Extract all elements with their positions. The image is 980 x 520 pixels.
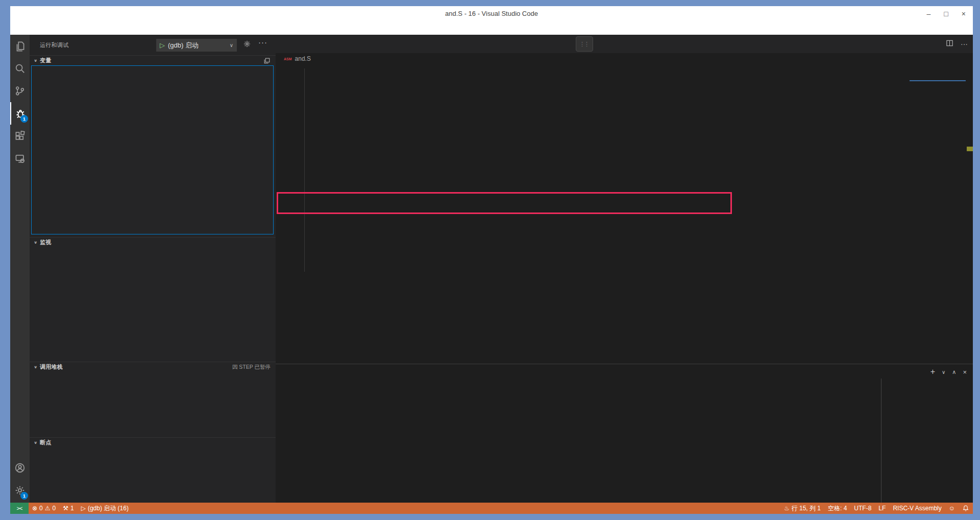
eol-label: LF xyxy=(878,505,886,512)
toolbar-drag-handle[interactable]: ⋮⋮ xyxy=(579,41,589,48)
watch-section-header[interactable]: ∨ 监视 xyxy=(30,237,276,247)
desktop: { "colors":{"annotation":"#ef2b5c","stat… xyxy=(0,0,980,520)
chevron-down-icon: ∨ xyxy=(230,42,233,48)
sidebar-title: 运行和调试 xyxy=(40,41,69,49)
variables-title: 变量 xyxy=(40,57,51,64)
language-status[interactable]: RISC-V Assembly xyxy=(889,503,945,514)
tasks-status[interactable]: ⚒ 1 xyxy=(59,503,77,514)
variables-section-header[interactable]: ∨ 变量 xyxy=(30,55,276,65)
status-bar-right: ♨ 行 15, 列 1 空格: 4 UTF-8 LF RISC-V Assemb… xyxy=(780,503,973,514)
callstack-title: 调用堆栈 xyxy=(40,363,62,371)
extensions-icon[interactable] xyxy=(10,125,30,147)
indentation-status[interactable]: 空格: 4 xyxy=(824,503,850,514)
activity-bar: 1 1 xyxy=(10,35,30,503)
debug-toolbar: ⋮⋮ xyxy=(576,36,593,52)
feedback-status[interactable]: ☺ xyxy=(945,503,959,514)
warnings-icon: ⚠ xyxy=(45,505,51,512)
code-editor[interactable] xyxy=(276,64,973,364)
close-panel-icon[interactable]: × xyxy=(963,368,967,376)
launch-config-select[interactable]: ▷ (gdb) 启动 ∨ xyxy=(156,39,237,52)
debug-status[interactable]: ▷ (gdb) 启动 (16) xyxy=(78,503,132,514)
search-icon[interactable] xyxy=(10,57,30,80)
notifications-status[interactable] xyxy=(959,503,973,514)
asm-file-icon: ASM xyxy=(284,57,292,61)
remote-icon: >< xyxy=(17,505,22,511)
encoding-label: UTF-8 xyxy=(854,505,871,512)
chevron-down-icon: ∨ xyxy=(34,59,37,63)
flame-icon: ♨ xyxy=(784,505,790,512)
eol-status[interactable]: LF xyxy=(875,503,889,514)
minimap[interactable] xyxy=(910,66,966,90)
tabbar-actions: ··· xyxy=(946,39,968,49)
titlebar: and.S - 16 - Visual Studio Code – □ × xyxy=(10,6,973,21)
open-panel-icon[interactable] xyxy=(263,57,271,64)
warnings-count: 0 xyxy=(53,505,56,512)
callstack-section-header[interactable]: ∨ 调用堆栈 因 STEP 已暂停 xyxy=(30,362,276,372)
editor-tabbar xyxy=(276,35,973,53)
remote-indicator[interactable]: >< xyxy=(10,503,29,514)
new-terminal-icon[interactable]: + xyxy=(930,367,935,376)
watch-title: 监视 xyxy=(40,239,51,246)
activity-bar-bottom: 1 xyxy=(10,457,30,502)
settings-gear-icon[interactable]: 1 xyxy=(10,479,30,502)
terminal-instance-list xyxy=(881,379,973,503)
status-bar: >< ⊗ 0 ⚠ 0 ⚒ 1 ▷ (gdb) 启动 (16) ♨ 行 15, 列… xyxy=(10,503,973,514)
errors-icon: ⊗ xyxy=(32,505,37,512)
source-control-icon[interactable] xyxy=(10,80,30,102)
terminal-dropdown-icon[interactable]: ∨ xyxy=(942,369,945,375)
errors-count: 0 xyxy=(39,505,43,512)
chevron-down-icon: ∨ xyxy=(34,441,37,445)
cursor-position[interactable]: ♨ 行 15, 列 1 xyxy=(780,503,824,514)
start-debug-icon[interactable]: ▷ xyxy=(160,41,165,49)
callstack-status: 因 STEP 已暂停 xyxy=(232,364,271,371)
problems-status[interactable]: ⊗ 0 ⚠ 0 xyxy=(29,503,59,514)
minimize-icon[interactable]: – xyxy=(927,10,931,18)
sidebar-more-icon[interactable]: ··· xyxy=(258,38,267,46)
feedback-icon: ☺ xyxy=(949,505,955,512)
settings-badge: 1 xyxy=(20,492,28,500)
indent-label: 空格: 4 xyxy=(828,504,847,513)
explorer-icon[interactable] xyxy=(10,35,30,57)
editor-more-icon[interactable]: ··· xyxy=(961,40,968,48)
tasks-count: 1 xyxy=(70,505,74,512)
chevron-down-icon: ∨ xyxy=(34,241,37,245)
tasks-icon: ⚒ xyxy=(63,505,68,512)
split-editor-icon[interactable] xyxy=(946,39,953,49)
variables-tree[interactable] xyxy=(31,65,274,234)
remote-explorer-icon[interactable] xyxy=(10,147,30,170)
indent-guide xyxy=(304,68,305,272)
restore-icon[interactable]: □ xyxy=(944,10,948,18)
breadcrumb[interactable]: ASM and.S xyxy=(276,53,973,64)
debug-badge: 1 xyxy=(20,115,28,123)
terminal-output[interactable] xyxy=(283,383,878,501)
sidebar-header: 运行和调试 ▷ (gdb) 启动 ∨ ··· xyxy=(30,35,276,55)
account-icon[interactable] xyxy=(10,457,30,479)
vscode-window: and.S - 16 - Visual Studio Code – □ × 1 xyxy=(10,6,973,514)
bell-icon xyxy=(962,505,969,512)
panel: + ∨ ∧ × xyxy=(276,364,973,503)
breakpoints-section-header[interactable]: ∨ 断点 xyxy=(30,437,276,447)
launch-gear-icon[interactable] xyxy=(243,40,251,50)
minimap-cursor xyxy=(910,80,966,81)
breadcrumb-file: and.S xyxy=(295,55,311,62)
debug-run-icon: ▷ xyxy=(81,505,86,512)
debug-sidebar: 运行和调试 ▷ (gdb) 启动 ∨ ··· ∨ 变量 ∨ 监视 ∨ xyxy=(30,35,276,503)
close-icon[interactable]: × xyxy=(962,10,966,18)
run-debug-icon[interactable]: 1 xyxy=(10,102,30,125)
window-controls: – □ × xyxy=(927,6,970,21)
window-title: and.S - 16 - Visual Studio Code xyxy=(10,10,973,17)
encoding-status[interactable]: UTF-8 xyxy=(850,503,875,514)
language-label: RISC-V Assembly xyxy=(893,505,941,512)
panel-actions: + ∨ ∧ × xyxy=(930,367,967,376)
editor-area: ··· ⋮⋮ ASM and.S + ∨ ∧ × xyxy=(276,35,973,503)
annotation-box-code xyxy=(277,192,732,214)
launch-config-label: (gdb) 启动 xyxy=(168,41,199,50)
debug-status-label: (gdb) 启动 (16) xyxy=(88,504,129,513)
line-col-label: 行 15, 列 1 xyxy=(792,504,821,513)
breakpoints-title: 断点 xyxy=(40,439,51,446)
maximize-panel-icon[interactable]: ∧ xyxy=(952,369,956,375)
overview-ruler-mark xyxy=(967,147,973,151)
menubar xyxy=(10,21,973,35)
chevron-down-icon: ∨ xyxy=(34,365,37,369)
